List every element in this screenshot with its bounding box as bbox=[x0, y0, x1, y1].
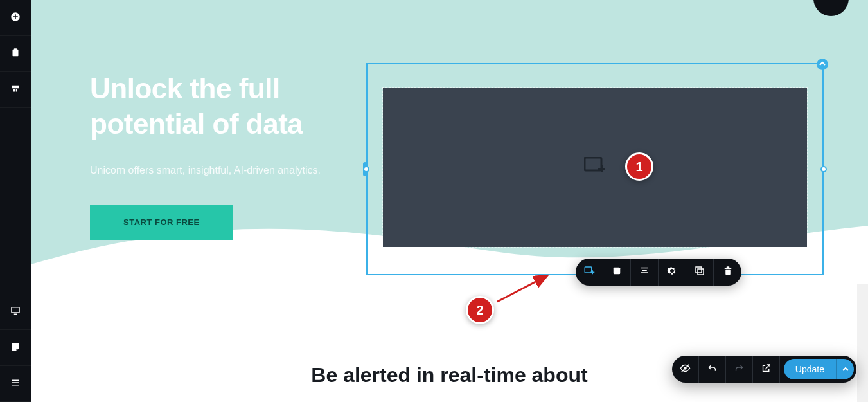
toolbar-settings-button[interactable] bbox=[659, 259, 686, 286]
add-image-icon bbox=[583, 265, 595, 279]
square-icon bbox=[611, 265, 623, 279]
svg-rect-27 bbox=[726, 266, 729, 268]
resize-handle-left[interactable] bbox=[363, 166, 369, 172]
redo-icon bbox=[734, 363, 745, 376]
context-toolbar bbox=[576, 259, 741, 286]
annotation-marker-2: 2 bbox=[466, 296, 494, 324]
sidebar-sections-button[interactable] bbox=[0, 72, 31, 108]
svg-rect-19 bbox=[614, 268, 621, 275]
hero-content: Unlock the full potential of data Unicor… bbox=[90, 71, 334, 240]
external-link-icon bbox=[761, 363, 772, 376]
svg-rect-6 bbox=[13, 89, 15, 91]
plus-circle-icon bbox=[10, 11, 21, 25]
annotation-arrow bbox=[491, 273, 555, 308]
sidebar-add-button[interactable] bbox=[0, 0, 31, 36]
trash-icon bbox=[722, 265, 734, 279]
resize-handle-right[interactable] bbox=[820, 166, 827, 172]
svg-rect-24 bbox=[698, 269, 704, 275]
svg-rect-23 bbox=[696, 267, 702, 273]
sidebar-desktop-button[interactable] bbox=[0, 294, 31, 330]
svg-rect-18 bbox=[592, 270, 594, 274]
annotation-marker-1: 1 bbox=[625, 152, 653, 181]
desktop-icon bbox=[10, 305, 21, 319]
left-sidebar bbox=[0, 0, 31, 402]
svg-rect-8 bbox=[12, 307, 19, 312]
svg-rect-5 bbox=[12, 85, 19, 88]
bottom-action-bar: Update bbox=[672, 356, 856, 383]
duplicate-icon bbox=[694, 265, 705, 279]
eye-off-icon bbox=[680, 363, 691, 376]
svg-rect-4 bbox=[14, 48, 17, 50]
redo-button[interactable] bbox=[726, 356, 753, 383]
visibility-toggle-button[interactable] bbox=[672, 356, 699, 383]
gear-icon bbox=[666, 265, 678, 279]
toolbar-add-image-button[interactable] bbox=[576, 259, 603, 286]
sidebar-clipboard-button[interactable] bbox=[0, 36, 31, 72]
svg-rect-7 bbox=[16, 89, 17, 91]
sidebar-menu-button[interactable] bbox=[0, 366, 31, 402]
sidebar-note-button[interactable] bbox=[0, 330, 31, 366]
update-button[interactable]: Update bbox=[784, 359, 836, 379]
svg-rect-26 bbox=[725, 270, 731, 275]
toolbar-delete-button[interactable] bbox=[714, 259, 741, 286]
svg-rect-2 bbox=[13, 16, 18, 17]
svg-rect-10 bbox=[12, 379, 19, 381]
note-icon bbox=[10, 341, 21, 355]
hero-title[interactable]: Unlock the full potential of data bbox=[90, 71, 334, 142]
svg-rect-21 bbox=[642, 270, 647, 271]
editor-canvas[interactable]: Unlock the full potential of data Unicor… bbox=[31, 0, 868, 402]
update-dropdown-button[interactable] bbox=[836, 359, 854, 379]
svg-rect-25 bbox=[724, 268, 731, 270]
svg-rect-16 bbox=[585, 267, 592, 273]
chevron-up-icon bbox=[819, 60, 826, 68]
svg-rect-20 bbox=[641, 268, 648, 269]
align-icon bbox=[639, 265, 650, 279]
toolbar-background-button[interactable] bbox=[603, 259, 631, 286]
svg-rect-22 bbox=[641, 272, 648, 273]
cta-button[interactable]: START FOR FREE bbox=[90, 205, 233, 240]
menu-icon bbox=[10, 377, 21, 391]
selection-outline[interactable] bbox=[366, 63, 824, 275]
undo-icon bbox=[707, 363, 718, 376]
svg-rect-12 bbox=[12, 385, 19, 386]
clipboard-icon bbox=[10, 47, 21, 61]
collapse-toggle[interactable] bbox=[817, 59, 828, 70]
toolbar-duplicate-button[interactable] bbox=[686, 259, 714, 286]
sections-icon bbox=[10, 83, 21, 97]
svg-rect-11 bbox=[12, 382, 19, 383]
svg-rect-3 bbox=[13, 49, 19, 56]
svg-line-28 bbox=[497, 277, 545, 302]
chevron-up-icon bbox=[842, 363, 849, 375]
image-placeholder[interactable] bbox=[383, 88, 807, 247]
external-link-button[interactable] bbox=[753, 356, 780, 383]
svg-rect-9 bbox=[14, 313, 17, 315]
toolbar-align-button[interactable] bbox=[631, 259, 659, 286]
hero-subtitle[interactable]: Unicorn offers smart, insightful, AI-dri… bbox=[90, 161, 334, 180]
svg-rect-15 bbox=[601, 165, 603, 172]
add-image-icon bbox=[584, 157, 606, 179]
undo-button[interactable] bbox=[699, 356, 726, 383]
